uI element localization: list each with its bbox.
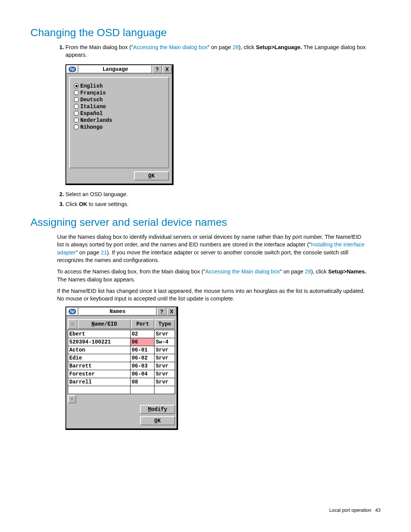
cell-name: 520394-100221 [68,338,131,346]
language-option[interactable]: Nihongo [74,124,164,130]
dialog-titlebar: hp Names ? X [66,307,177,316]
modify-button[interactable]: Modify [140,405,175,414]
section1-steps: From the Main dialog box ("Accessing the… [57,43,369,59]
language-option[interactable]: Italiano [74,104,164,110]
radio-icon [74,83,79,88]
hp-logo-cell: hp [66,307,78,316]
link-main-dialog[interactable]: Accessing the Main dialog box [133,44,208,50]
language-option[interactable]: English [74,83,164,89]
table-row[interactable]: 520394-10022106Sw-4 [68,338,175,346]
page-ref-21[interactable]: 21 [101,249,107,256]
radio-icon [74,125,79,129]
bold-setup-language: Setup>Language. [256,44,302,50]
language-option[interactable]: Français [74,90,164,96]
language-options-panel: EnglishFrançaisDeutschItalianoEspañolNed… [69,77,169,168]
section2-body: Use the Names dialog box to identify ind… [57,233,369,302]
paragraph-2: To access the Names dialog box, from the… [57,268,369,283]
toggle-icon[interactable]: ⊟ [68,319,78,329]
table-row[interactable] [68,386,175,394]
page-ref-28[interactable]: 28 [233,44,239,50]
cell-type: Srvr [155,330,175,338]
section1-steps-cont: Select an OSD language. Click OK to save… [57,190,369,208]
paragraph-3: If the Name/EID list has changed since i… [57,287,369,303]
cell-name: Edie [68,354,131,362]
cell-type: Srvr [155,362,175,370]
language-label: Nederlands [80,117,112,123]
step-3: Click OK to save settings. [65,200,369,208]
language-label: Nihongo [80,124,103,130]
link-main-dialog-2[interactable]: Accessing the Main dialog box [206,268,280,275]
language-option[interactable]: Deutsch [74,97,164,103]
language-option[interactable]: Nederlands [74,117,164,123]
hp-logo-cell: hp [66,65,78,73]
text: " on page [280,268,305,275]
language-label: Italiano [80,104,106,110]
page-ref-28-2[interactable]: 28 [305,268,311,275]
page-footer: Local port operation 43 [329,508,381,513]
bold-ok: OK [79,201,87,207]
ok-button[interactable]: OK [134,171,169,181]
hp-logo-icon: hp [68,309,76,314]
bold-setup-names: Setup>Names. [328,268,366,275]
cell-port: 06-04 [130,370,154,378]
names-dialog: hp Names ? X ⊟ Name/EID Port Type Ebert0… [65,307,178,430]
footer-page-number: 43 [375,508,381,513]
table-row[interactable]: Barrett06-03Srvr [68,362,175,370]
cell-name: Acton [68,346,131,354]
cell-type: Srvr [155,346,175,354]
dialog-title: Language [78,65,152,73]
radio-icon [74,104,79,109]
cell-port [130,386,154,394]
names-table: Ebert02Srvr520394-10022106Sw-4Acton06-01… [68,330,175,394]
text: ), click [239,44,256,50]
cell-name: Forester [68,370,131,378]
cell-type: Srvr [155,378,175,386]
dialog-title: Names [78,307,157,316]
language-option[interactable]: Español [74,110,164,117]
help-button[interactable]: ? [152,65,162,73]
toggle-icon-bottom[interactable]: ⊠ [68,395,76,403]
radio-icon [74,97,79,102]
language-label: Español [80,110,103,117]
table-row[interactable]: Darrell08Srvr [68,378,175,386]
radio-icon [74,90,79,95]
text: to save settings. [87,201,129,207]
cell-name: Barrett [68,362,131,370]
footer-section: Local port operation [329,508,371,513]
column-header-name[interactable]: Name/EID [78,319,131,329]
text: To access the Names dialog box, from the… [57,268,206,275]
cell-type: Sw-4 [155,338,175,346]
text: " on page [208,44,233,50]
heading-osd-language: Changing the OSD language [30,27,381,39]
cell-type [155,386,175,394]
table-row[interactable]: Ebert02Srvr [68,330,175,338]
cell-port: 02 [130,330,154,338]
text: From the Main dialog box (" [65,44,133,50]
table-row[interactable]: Acton06-01Srvr [68,346,175,354]
text: ), click [311,268,328,275]
cell-name: Ebert [68,330,131,338]
close-button[interactable]: X [162,65,172,73]
help-button[interactable]: ? [157,307,167,316]
paragraph-1: Use the Names dialog box to identify ind… [57,233,369,264]
text: Click [65,201,79,207]
ok-button[interactable]: OK [140,416,175,425]
column-header-type[interactable]: Type [155,319,175,329]
cell-port: 06-01 [130,346,154,354]
column-header-port[interactable]: Port [131,319,155,329]
dialog-titlebar: hp Language ? X [66,65,172,74]
language-label: Deutsch [80,97,103,103]
table-row[interactable]: Forester06-04Srvr [68,370,175,378]
step-2: Select an OSD language. [65,190,369,198]
language-label: Français [80,90,106,96]
cell-port: 06-03 [130,362,154,370]
names-header-row: ⊟ Name/EID Port Type [68,319,175,329]
cell-port: 06-02 [130,354,154,362]
cell-type: Srvr [155,370,175,378]
radio-icon [74,118,79,123]
language-label: English [80,83,103,89]
text: " on page [76,249,101,256]
close-button[interactable]: X [167,307,177,316]
hp-logo-icon: hp [68,67,76,72]
table-row[interactable]: Edie06-02Srvr [68,354,175,362]
